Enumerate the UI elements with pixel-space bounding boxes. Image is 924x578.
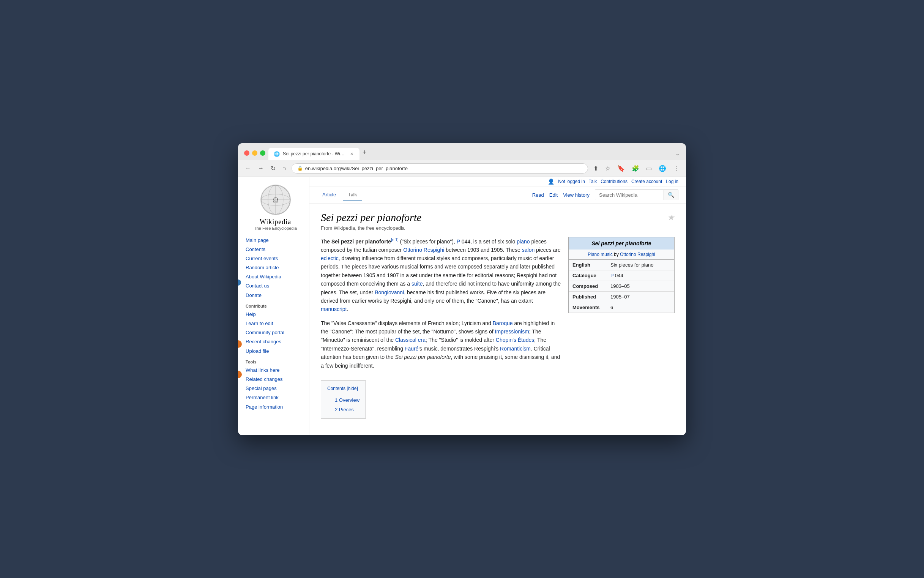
- back-button[interactable]: ←: [243, 163, 253, 173]
- infobox-subtitle: Piano music by Ottorino Respighi: [569, 250, 674, 260]
- new-tab-button[interactable]: +: [360, 148, 370, 160]
- sidebar-item-what-links-here[interactable]: What links here: [246, 366, 305, 375]
- browser-content: Ω Wikipedia The Free Encyclopedia Main p…: [238, 177, 686, 435]
- wiki-wordmark: Wikipedia: [246, 218, 305, 226]
- action-read[interactable]: Read: [532, 192, 544, 198]
- infobox-value-composed: 1903–05: [606, 281, 634, 291]
- link-salon[interactable]: salon: [522, 247, 535, 253]
- close-button[interactable]: [244, 150, 250, 156]
- link-baroque[interactable]: Baroque: [493, 320, 513, 326]
- sidebar-item-contents[interactable]: Contents: [246, 245, 305, 254]
- search-input[interactable]: [595, 190, 664, 200]
- sidebar-item-about-wikipedia[interactable]: About Wikipedia: [246, 272, 305, 281]
- sidebar-item-random-article[interactable]: Random article: [246, 263, 305, 272]
- article-body: Sei pezzi per pianoforte ★ From Wikipedi…: [310, 204, 686, 427]
- article-content: The Sei pezzi per pianoforte[n 1] ("Six …: [321, 237, 674, 419]
- contents-title: Contents [hide]: [327, 385, 360, 393]
- link-piano[interactable]: piano: [517, 238, 530, 244]
- user-icon: 👤: [548, 179, 554, 185]
- wiki-sidebar: Ω Wikipedia The Free Encyclopedia Main p…: [238, 177, 310, 435]
- url-text: en.wikipedia.org/wiki/Sei_pezzi_per_pian…: [305, 166, 408, 171]
- toolbar-icons: ⬆ ☆ 🔖 🧩 ▭ 🌐 ⋮: [592, 163, 681, 174]
- active-tab[interactable]: 🌐 Sei pezzi per pianoforte - Wiki... ✕: [268, 148, 360, 160]
- sidebar-item-permanent-link[interactable]: Permanent link: [246, 393, 305, 402]
- article-subtitle: From Wikipedia, the free encyclopedia: [321, 225, 674, 231]
- extensions-button[interactable]: 🧩: [630, 163, 641, 174]
- infobox-value-published: 1905–07: [606, 292, 634, 302]
- share-button[interactable]: ⬆: [592, 163, 600, 174]
- translate-button[interactable]: 🌐: [657, 163, 668, 174]
- sidebar-toggle-button[interactable]: ▭: [645, 163, 653, 174]
- forward-button[interactable]: →: [256, 163, 265, 173]
- contributions-link[interactable]: Contributions: [601, 179, 627, 184]
- sidebar-item-main-page[interactable]: Main page: [246, 236, 305, 245]
- link-bongiovanni[interactable]: Bongiovanni: [375, 289, 404, 295]
- tab-close-button[interactable]: ✕: [349, 151, 354, 157]
- title-bar: 🌐 Sei pezzi per pianoforte - Wiki... ✕ +…: [238, 143, 686, 160]
- more-options-button[interactable]: ⋮: [671, 163, 681, 174]
- wiki-search-box[interactable]: 🔍: [595, 190, 678, 200]
- infobox-piano-music-link[interactable]: Piano music: [588, 252, 612, 257]
- infobox-catalogue-link[interactable]: P: [610, 273, 613, 278]
- link-classical-era[interactable]: Classical era: [395, 337, 426, 343]
- sidebar-item-contact-us[interactable]: Contact us: [246, 281, 305, 291]
- create-account-link[interactable]: Create account: [631, 179, 662, 184]
- infobox-composer-link[interactable]: Ottorino Respighi: [620, 252, 655, 257]
- link-ottorino-respighi[interactable]: Ottorino Respighi: [403, 247, 444, 253]
- article-title-text: Sei pezzi per pianoforte: [321, 211, 421, 224]
- link-p-catalogue[interactable]: P: [457, 238, 460, 244]
- bookmarks-list-button[interactable]: 🔖: [616, 163, 626, 174]
- home-button[interactable]: ⌂: [281, 163, 288, 173]
- wiki-logo: Ω Wikipedia The Free Encyclopedia: [246, 185, 305, 231]
- sidebar-item-current-events[interactable]: Current events: [246, 254, 305, 263]
- link-suite[interactable]: suite: [412, 281, 423, 287]
- address-input-container[interactable]: 🔒 en.wikipedia.org/wiki/Sei_pezzi_per_pi…: [292, 163, 588, 174]
- sidebar-item-upload-file[interactable]: Upload file: [246, 347, 305, 356]
- action-view-history[interactable]: View history: [563, 192, 590, 198]
- log-in-link[interactable]: Log in: [666, 179, 678, 184]
- tab-dropdown-button[interactable]: ⌄: [675, 150, 680, 160]
- infobox-row-movements: Movements 6: [569, 302, 674, 313]
- contribute-section-title: Contribute: [246, 304, 305, 308]
- infobox-label-published: Published: [569, 292, 606, 302]
- infobox-row-catalogue: Catalogue P 044: [569, 270, 674, 281]
- link-romanticism[interactable]: Romanticism: [500, 346, 531, 352]
- title-italic: Sei pezzi per pianoforte: [395, 354, 451, 360]
- sidebar-indicator-3: [238, 371, 242, 378]
- infobox-value-catalogue: P 044: [606, 270, 627, 281]
- search-button[interactable]: 🔍: [664, 190, 678, 200]
- sidebar-item-special-pages[interactable]: Special pages: [246, 384, 305, 393]
- sidebar-item-community-portal[interactable]: Community portal: [246, 328, 305, 337]
- link-faure[interactable]: Fauré: [405, 346, 419, 352]
- tools-section-title: Tools: [246, 360, 305, 364]
- contents-item-1: 1 Overview: [335, 396, 360, 405]
- infobox-label-composed: Composed: [569, 281, 606, 291]
- sidebar-item-donate[interactable]: Donate: [246, 291, 305, 300]
- link-eclectic[interactable]: eclectic: [321, 255, 339, 261]
- link-impressionism[interactable]: Impressionism: [495, 328, 529, 334]
- sidebar-item-related-changes[interactable]: Related changes: [246, 375, 305, 384]
- action-edit[interactable]: Edit: [549, 192, 558, 198]
- link-manuscript[interactable]: manuscript: [321, 306, 347, 312]
- star-icon[interactable]: ★: [667, 213, 674, 222]
- footnote-n1[interactable]: [n 1]: [391, 238, 398, 242]
- sidebar-navigation: Main page Contents Current events Random…: [246, 236, 305, 412]
- sidebar-item-page-information[interactable]: Page information: [246, 403, 305, 412]
- tab-article[interactable]: Article: [317, 190, 341, 201]
- link-chopins-etudes[interactable]: Chopin's Études: [496, 337, 535, 343]
- minimize-button[interactable]: [252, 150, 258, 156]
- sidebar-indicator-1: [238, 279, 241, 286]
- tab-talk[interactable]: Talk: [343, 190, 362, 201]
- refresh-button[interactable]: ↻: [269, 163, 277, 174]
- browser-window: 🌐 Sei pezzi per pianoforte - Wiki... ✕ +…: [238, 143, 686, 435]
- maximize-button[interactable]: [260, 150, 265, 156]
- wiki-header: Article Talk Read Edit View history 🔍: [310, 187, 686, 204]
- bookmark-button[interactable]: ☆: [604, 163, 612, 174]
- contents-link-pieces[interactable]: 2 Pieces: [335, 407, 354, 412]
- hide-link[interactable]: [hide]: [347, 386, 358, 391]
- sidebar-item-learn-to-edit[interactable]: Learn to edit: [246, 319, 305, 328]
- contents-link-overview[interactable]: 1 Overview: [335, 397, 360, 403]
- sidebar-item-help[interactable]: Help: [246, 310, 305, 319]
- sidebar-item-recent-changes[interactable]: Recent changes: [246, 337, 305, 346]
- talk-link[interactable]: Talk: [589, 179, 597, 184]
